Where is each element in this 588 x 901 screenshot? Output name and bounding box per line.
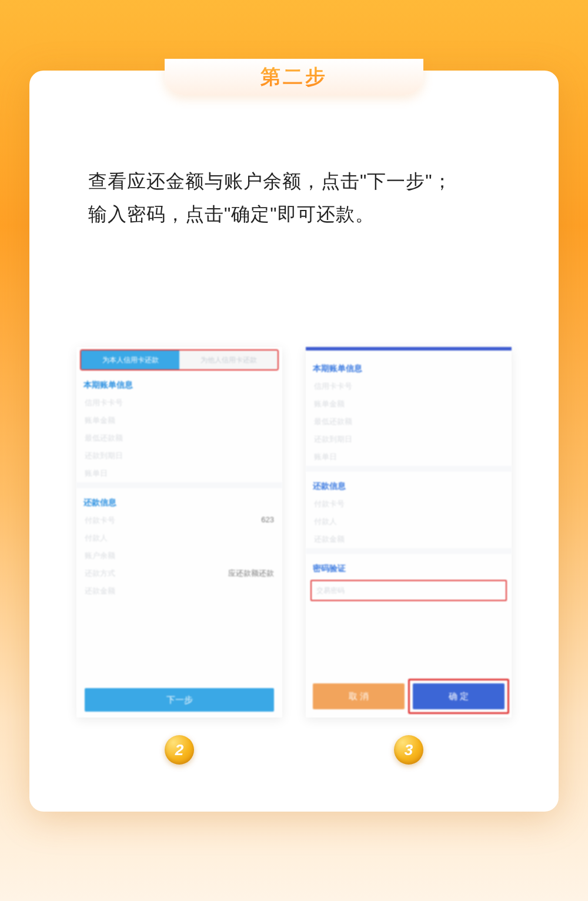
content-card: 查看应还金额与账户余额，点击"下一步"； 输入密码，点击"确定"即可还款。 为本… (29, 71, 559, 812)
label-min-repay-r: 最低还款额 (314, 416, 352, 427)
section-repay-info-r: 还款信息 (306, 472, 512, 495)
instruction-text: 查看应还金额与账户余额，点击"下一步"； 输入密码，点击"确定"即可还款。 (88, 165, 500, 231)
next-button[interactable]: 下一步 (85, 688, 274, 712)
screenshot-step-3: 本期账单信息 信用卡卡号 账单金额 最低还款额 还款到期日 账单日 还款信息 付… (306, 347, 512, 718)
password-placeholder: 交易密码 (316, 586, 345, 596)
step-badges-row: 2 3 (76, 735, 512, 765)
label-pay-card-r: 付款卡号 (314, 499, 345, 509)
screenshot-step-2: 为本人信用卡还款 为他人信用卡还款 本期账单信息 信用卡卡号 账单金额 最低还款… (76, 347, 282, 718)
label-bill-amount: 账单金额 (85, 415, 115, 426)
label-due-date: 还款到期日 (85, 450, 123, 461)
section-bill-info: 本期账单信息 (76, 371, 282, 394)
cancel-button[interactable]: 取 消 (313, 683, 405, 709)
confirm-button[interactable]: 确 定 (413, 683, 505, 709)
label-balance: 账户余额 (85, 550, 115, 561)
label-amount: 还款金额 (85, 586, 115, 596)
instruction-line-1: 查看应还金额与账户余额，点击"下一步"； (88, 165, 500, 198)
action-button-row: 取 消 确 定 (313, 683, 505, 709)
step-badge-2: 2 (165, 735, 194, 765)
label-due-date-r: 还款到期日 (314, 434, 352, 445)
top-tab-row: 为本人信用卡还款 为他人信用卡还款 (80, 349, 279, 371)
step-badge-3: 3 (394, 735, 423, 765)
screenshots-row: 为本人信用卡还款 为他人信用卡还款 本期账单信息 信用卡卡号 账单金额 最低还款… (76, 347, 512, 718)
label-bill-day-r: 账单日 (314, 452, 337, 462)
label-method: 还款方式 (85, 568, 115, 579)
label-min-repay: 最低还款额 (85, 433, 123, 443)
label-bill-amount-r: 账单金额 (314, 399, 345, 409)
tab-other-repay[interactable]: 为他人信用卡还款 (179, 351, 278, 369)
step-label: 第二步 (260, 64, 328, 91)
section-password: 密码验证 (306, 554, 512, 578)
step-header-pill: 第二步 (165, 59, 423, 95)
value-method: 应还款额还款 (228, 568, 274, 579)
label-card-no-r: 信用卡卡号 (314, 381, 352, 392)
section-repay-info: 还款信息 (76, 488, 282, 512)
label-payer-r: 付款人 (314, 516, 337, 527)
label-payer: 付款人 (85, 533, 108, 543)
label-card-no: 信用卡卡号 (85, 398, 123, 408)
tab-self-repay[interactable]: 为本人信用卡还款 (81, 351, 179, 369)
password-input[interactable]: 交易密码 (310, 580, 507, 601)
label-bill-day: 账单日 (85, 468, 108, 479)
confirm-button-label: 确 定 (449, 691, 469, 702)
label-pay-card: 付款卡号 (85, 515, 115, 526)
value-pay-card: 623 (261, 515, 274, 526)
section-bill-info-r: 本期账单信息 (306, 354, 512, 378)
label-amount-r: 还款金额 (314, 534, 345, 545)
instruction-line-2: 输入密码，点击"确定"即可还款。 (88, 198, 500, 231)
